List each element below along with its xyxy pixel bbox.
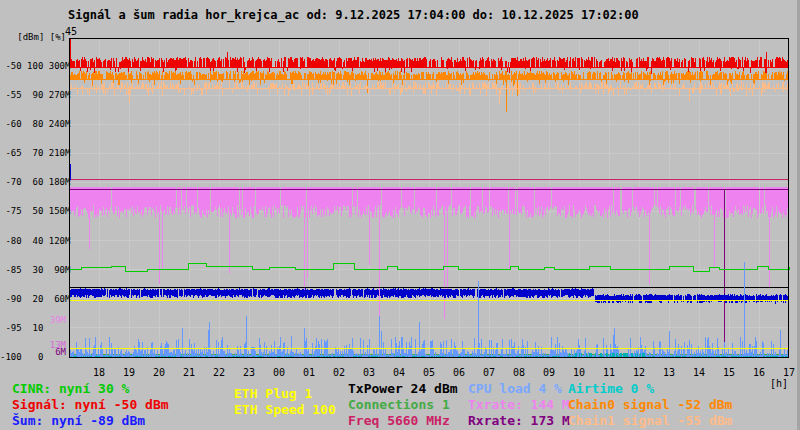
radio-signal-graph: Signál a šum radia hor_krejca_ac od: 9.1… (0, 0, 800, 430)
x-axis-tick-label: 05 (416, 367, 442, 378)
y-axis-unit-header: [dBm] [%] (0, 32, 66, 42)
x-axis-tick-label: 09 (536, 367, 562, 378)
x-axis-tick-label: 16 (746, 367, 772, 378)
y-axis-label: -90 20 60M (0, 294, 66, 304)
legend-signal: Signál: nyní -50 dBm (12, 397, 169, 412)
legend-cpu: CPU load 4 % (468, 381, 562, 396)
legend-eth-plug: ETH Plug 1 (234, 386, 312, 401)
plot-area (69, 38, 790, 359)
x-axis-tick-label: 01 (296, 367, 322, 378)
x-axis-tick-label: 20 (146, 367, 172, 378)
x-axis-tick-label: 19 (116, 367, 142, 378)
x-axis-tick-label: 08 (506, 367, 532, 378)
legend-txpower: TxPower 24 dBm (348, 381, 458, 396)
legend-freq: Freq 5660 MHz (348, 413, 450, 428)
x-axis-tick-label: 22 (206, 367, 232, 378)
x-axis-tick-label: 18 (86, 367, 112, 378)
y-axis-label: -80 40 120M (0, 236, 66, 246)
x-axis-tick-label: 21 (176, 367, 202, 378)
legend-cinr: CINR: nyní 30 % (12, 381, 129, 396)
x-axis-tick-label: 00 (266, 367, 292, 378)
legend-txrate: Txrate: 144 M (468, 397, 570, 412)
x-axis-tick-label: 15 (716, 367, 742, 378)
y-axis-label: -60 80 240M (0, 119, 66, 129)
y-axis-label: -55 90 270M (0, 90, 66, 100)
y-axis-label: -65 70 210M (0, 148, 66, 158)
legend-noise: Šum: nyní -89 dBm (12, 413, 145, 428)
x-axis-tick-label: 12 (626, 367, 652, 378)
x-axis-tick-label: 02 (326, 367, 352, 378)
x-axis-tick-label: 06 (446, 367, 472, 378)
x-axis-tick-label: 07 (476, 367, 502, 378)
legend-eth-speed: ETH Speed 100 (234, 402, 336, 417)
x-axis-tick-label: 23 (236, 367, 262, 378)
y-axis-label: -50 100 300M (0, 61, 66, 71)
x-axis-tick-label: 14 (686, 367, 712, 378)
legend-airtime: Airtime 0 % (568, 381, 654, 396)
x-axis-tick-label: 11 (596, 367, 622, 378)
legend-chain1: Chain1 signal -55 dBm (568, 413, 732, 428)
x-axis-tick-label: 04 (386, 367, 412, 378)
legend-chain0: Chain0 signal -52 dBm (568, 397, 732, 412)
x-axis-tick-label: 03 (356, 367, 382, 378)
y-axis-label: -85 30 90M (0, 265, 66, 275)
y-axis-label: -75 50 150M (0, 206, 66, 216)
rate-min-label: 39M (0, 315, 66, 325)
x-axis-tick-label: 17 (776, 367, 800, 378)
x-axis-tick-label: 10 (566, 367, 592, 378)
legend-connections: Connections 1 (348, 397, 450, 412)
x-axis-unit-label: [h] (770, 378, 788, 389)
legend-rxrate: Rxrate: 173 M (468, 413, 570, 428)
rate-min-label: 6M (0, 347, 66, 357)
y-axis-label: -70 60 180M (0, 177, 66, 187)
x-axis-tick-label: 13 (656, 367, 682, 378)
graph-title: Signál a šum radia hor_krejca_ac od: 9.1… (68, 8, 639, 22)
